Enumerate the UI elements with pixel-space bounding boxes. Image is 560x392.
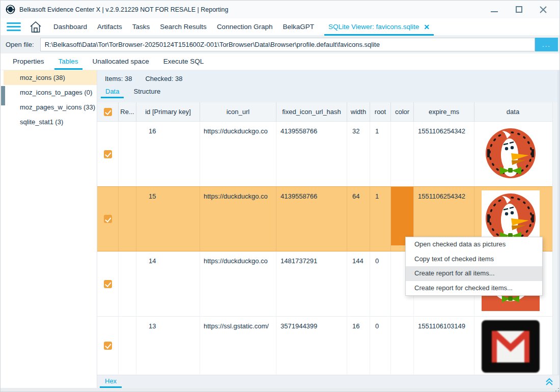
nav-search-results[interactable]: Search Results [160, 23, 207, 31]
col-header-hash[interactable]: fixed_icon_url_hash [276, 102, 347, 121]
nav-connection-graph[interactable]: Connection Graph [217, 23, 273, 31]
cell-width: 16 [347, 317, 370, 374]
cell-hash: 3571944399 [276, 317, 347, 374]
viewer-tabs: Properties Tables Unallocated space Exec… [1, 53, 559, 70]
col-header-color[interactable]: color [391, 102, 414, 121]
main-nav: Dashboard Artifacts Tasks Search Results… [1, 18, 559, 36]
file-path-input[interactable]: R:\Belkasoft\Data\Tor\TorBrowser-2025012… [40, 38, 535, 51]
cell-id: 15 [136, 187, 200, 251]
row-checkbox[interactable] [104, 280, 112, 288]
panel-right-margin [557, 70, 560, 375]
menu-item-create-report-all[interactable]: Create report for all items... [406, 266, 542, 281]
tab-structure[interactable]: Structure [129, 86, 165, 98]
resize-grip[interactable] [553, 385, 559, 391]
cell-icon-url: https://duckduckgo.co [200, 251, 276, 316]
cell-id: 16 [136, 122, 200, 186]
col-header-expire[interactable]: expire_ms [414, 102, 474, 121]
col-header-icon-url[interactable]: icon_url [200, 102, 276, 121]
scrollbar-thumb[interactable] [1, 86, 5, 105]
tab-hex[interactable]: Hex [100, 375, 122, 388]
context-menu: Open checked data as pictures Copy text … [405, 237, 543, 296]
items-count: Items: 38 [105, 75, 132, 82]
cell-hash: 4139558766 [276, 187, 347, 251]
row-checkbox[interactable] [104, 215, 112, 223]
tables-sidebar: moz_icons (38) moz_icons_to_pages (0) mo… [1, 70, 97, 388]
col-header-re[interactable]: Re... [119, 102, 136, 121]
close-icon [539, 6, 547, 14]
cell-color [391, 122, 414, 186]
sidebar-item-moz-icons-to-pages[interactable]: moz_icons_to_pages (0) [4, 85, 97, 100]
tab-data[interactable]: Data [101, 86, 124, 98]
nav-dashboard[interactable]: Dashboard [53, 23, 87, 31]
status-strip [1, 388, 560, 392]
col-header-root[interactable]: root [370, 102, 391, 121]
menu-item-copy-text[interactable]: Copy text of checked items [406, 252, 542, 267]
cell-width: 32 [347, 122, 370, 186]
duckduckgo-favicon-image [482, 125, 540, 181]
cell-id: 13 [136, 317, 200, 374]
nav-artifacts[interactable]: Artifacts [97, 23, 122, 31]
checked-count: Checked: 38 [145, 75, 182, 82]
gmail-favicon-image [482, 320, 540, 373]
browse-button[interactable]: ... [535, 38, 558, 51]
expand-panel-chevron-up-icon[interactable] [545, 378, 553, 386]
col-header-id[interactable]: id [Primary key] [136, 102, 200, 121]
cell-color [391, 317, 414, 374]
hamburger-menu-icon[interactable] [7, 20, 21, 33]
maximize-button[interactable] [515, 6, 523, 14]
row-checkbox[interactable] [104, 342, 112, 350]
cell-hash: 1481737291 [276, 251, 347, 316]
nav-tasks[interactable]: Tasks [132, 23, 150, 31]
cell-data [474, 122, 551, 186]
cell-expire: 1551106103149 [414, 317, 474, 374]
cell-root: 0 [370, 317, 391, 374]
select-all-checkbox[interactable] [104, 108, 112, 116]
open-file-label: Open file: [6, 41, 34, 48]
table-row[interactable]: 13 https://ssl.gstatic.com/ 3571944399 1… [97, 317, 552, 374]
tab-execute-sql[interactable]: Execute SQL [159, 53, 208, 70]
cell-width: 64 [347, 187, 370, 251]
window-title: Belkasoft Evidence Center X | v.2.9.2122… [19, 6, 228, 13]
cell-icon-url: https://duckduckgo.co [200, 187, 276, 251]
tab-close-icon[interactable]: ✕ [424, 23, 430, 31]
cell-id: 14 [136, 251, 200, 316]
cell-data [474, 317, 551, 374]
cell-root: 1 [370, 122, 391, 186]
table-row[interactable]: 16 https://duckduckgo.co 4139558766 32 1… [97, 122, 552, 187]
cell-hash: 4139558766 [276, 122, 347, 186]
grid-header-row: Re... id [Primary key] icon_url fixed_ic… [97, 102, 552, 122]
app-window: Belkasoft Evidence Center X | v.2.9.2122… [0, 0, 560, 392]
open-file-bar: Open file: R:\Belkasoft\Data\Tor\TorBrow… [1, 36, 559, 53]
close-button[interactable] [539, 6, 547, 14]
row-checkbox[interactable] [104, 150, 112, 158]
title-bar: Belkasoft Evidence Center X | v.2.9.2122… [1, 1, 559, 18]
tab-unallocated-space[interactable]: Unallocated space [89, 53, 153, 70]
tab-tables[interactable]: Tables [54, 53, 82, 70]
nav-belkagpt[interactable]: BelkaGPT [283, 23, 314, 31]
sidebar-item-sqlite-stat1[interactable]: sqlite_stat1 (3) [4, 115, 97, 129]
sidebar-item-moz-pages-w-icons[interactable]: moz_pages_w_icons (33) [4, 100, 97, 115]
belkasoft-logo-icon [6, 5, 15, 14]
tab-properties[interactable]: Properties [9, 53, 48, 70]
nav-sqlite-viewer-tab[interactable]: SQLite Viewer: favicons.sqlite ✕ [324, 18, 434, 36]
col-header-data[interactable]: data [474, 102, 551, 121]
hex-bar: Hex [97, 375, 560, 388]
menu-item-create-report-checked[interactable]: Create report for checked items... [406, 281, 542, 296]
cell-root: 0 [370, 251, 391, 316]
sqlite-viewer-tab-label: SQLite Viewer: favicons.sqlite [328, 23, 419, 31]
table-panel-header: Items: 38 Checked: 38 Data Structure [97, 70, 560, 102]
menu-item-open-checked-data[interactable]: Open checked data as pictures [406, 237, 542, 252]
cell-root: 1 [370, 187, 391, 251]
sidebar-item-moz-icons[interactable]: moz_icons (38) [4, 70, 97, 85]
col-header-width[interactable]: width [347, 102, 370, 121]
cell-icon-url: https://duckduckgo.co [200, 122, 276, 186]
cell-expire: 1551106254342 [414, 122, 474, 186]
vertical-scrollbar[interactable] [552, 102, 557, 375]
cell-icon-url: https://ssl.gstatic.com/ [200, 317, 276, 374]
cell-width: 144 [347, 251, 370, 316]
minimize-button[interactable] [490, 6, 498, 14]
home-icon[interactable] [29, 20, 42, 34]
